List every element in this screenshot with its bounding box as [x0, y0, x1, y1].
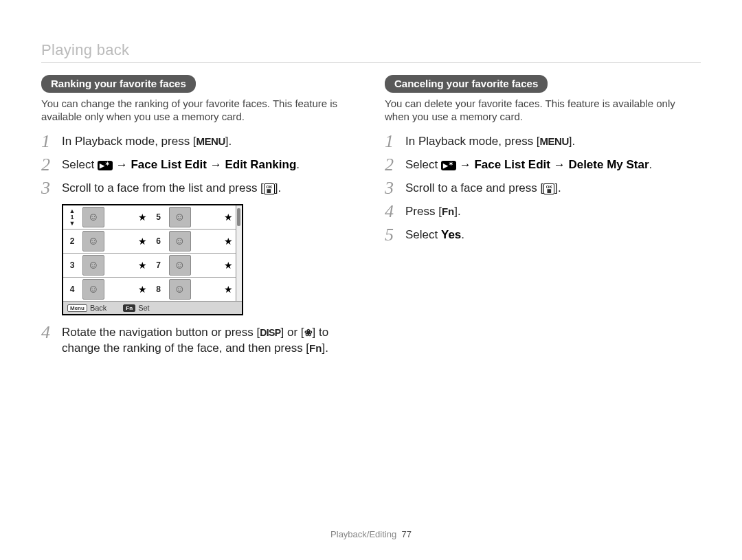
left-column: Ranking your favorite faces You can chan…	[41, 75, 357, 363]
canceling-step-3: 3 Scroll to a face and press [].	[385, 181, 701, 197]
section-heading-canceling: Canceling your favorite faces	[385, 75, 548, 93]
star-icon: ★	[224, 212, 233, 223]
disp-icon: DISP	[260, 327, 280, 338]
fn-key-icon: Fn	[123, 304, 135, 312]
fn-icon: Fn	[309, 342, 322, 354]
face-rank: 8	[153, 284, 165, 294]
face-thumbnail: ☺	[169, 279, 191, 300]
section-heading-ranking: Ranking your favorite faces	[41, 75, 196, 93]
canceling-intro: You can delete your favorite faces. This…	[385, 97, 701, 123]
step-number: 1	[41, 133, 62, 150]
ranking-steps-cont: 4 Rotate the navigation button or press …	[41, 325, 357, 357]
face-list-row: 5 ☺ ★	[150, 205, 236, 229]
menu-icon: MENU	[540, 135, 569, 147]
star-icon: ★	[138, 260, 147, 271]
face-rank: 5	[153, 212, 165, 222]
star-icon: ★	[138, 236, 147, 247]
step-number: 5	[385, 226, 405, 244]
face-list-row: 6 ☺ ★	[150, 229, 236, 254]
playback-settings-icon	[98, 161, 113, 170]
face-thumbnail: ☺	[169, 207, 191, 227]
face-rank: 2	[66, 236, 78, 246]
step-number: 2	[41, 156, 62, 174]
footer-set: Fn Set	[123, 304, 149, 312]
ranking-step-4: 4 Rotate the navigation button or press …	[41, 325, 357, 357]
face-thumbnail: ☺	[82, 279, 104, 300]
face-list-row: 3 ☺ ★	[63, 254, 150, 278]
face-thumbnail: ☺	[82, 231, 104, 251]
face-list-screen: ▲1▼ ☺ ★ 2 ☺ ★ 3 ☺ ★	[62, 204, 243, 315]
ranking-step-1: 1 In Playback mode, press [MENU].	[41, 134, 357, 150]
face-rank: 7	[153, 260, 165, 270]
menu-icon: MENU	[196, 135, 225, 147]
step-number: 2	[385, 156, 405, 174]
star-icon: ★	[224, 260, 233, 271]
face-list-col-right: 5 ☺ ★ 6 ☺ ★ 7 ☺ ★	[150, 205, 236, 301]
footer-section: Playback/Editing	[330, 529, 396, 539]
canceling-step-4: 4 Press [Fn].	[385, 204, 701, 221]
right-column: Canceling your favorite faces You can de…	[385, 75, 701, 363]
ranking-intro: You can change the ranking of your favor…	[41, 97, 357, 123]
header-rule	[41, 62, 701, 63]
star-icon: ★	[224, 284, 233, 295]
page-number: 77	[401, 529, 411, 539]
face-thumbnail: ☺	[82, 255, 104, 276]
face-list-col-left: ▲1▼ ☺ ★ 2 ☺ ★ 3 ☺ ★	[63, 205, 150, 301]
face-list-row: 8 ☺ ★	[150, 278, 236, 301]
canceling-step-1: 1 In Playback mode, press [MENU].	[385, 134, 701, 150]
page-title: Playing back	[41, 41, 701, 59]
face-list-row: 7 ☺ ★	[150, 254, 236, 278]
step-number: 1	[385, 133, 405, 150]
star-icon: ★	[138, 212, 147, 223]
canceling-steps: 1 In Playback mode, press [MENU]. 2 Sele…	[385, 134, 701, 244]
step-number: 3	[41, 179, 62, 197]
fn-icon: Fn	[442, 205, 454, 217]
ranking-step-3: 3 Scroll to a face from the list and pre…	[41, 181, 357, 197]
ranking-step-2: 2 Select → Face List Edit → Edit Ranking…	[41, 157, 357, 174]
face-rank: 6	[153, 236, 165, 246]
ok-icon	[264, 183, 275, 194]
face-thumbnail: ☺	[169, 231, 191, 251]
macro-icon: ❀	[304, 327, 313, 338]
star-icon: ★	[224, 236, 233, 247]
playback-settings-icon	[441, 161, 456, 170]
canceling-step-5: 5 Select Yes.	[385, 227, 701, 244]
face-list-row: 2 ☺ ★	[63, 229, 150, 254]
ok-icon	[543, 183, 554, 194]
face-list-row: ▲1▼ ☺ ★	[63, 205, 150, 229]
face-list-scrollbar	[236, 205, 242, 301]
face-thumbnail: ☺	[169, 255, 191, 276]
face-rank-selected: ▲1▼	[66, 208, 78, 227]
canceling-step-2: 2 Select → Face List Edit → Delete My St…	[385, 157, 701, 174]
face-thumbnail: ☺	[82, 207, 104, 227]
face-list-footer: Menu Back Fn Set	[63, 301, 242, 314]
face-list-row: 4 ☺ ★	[63, 278, 150, 301]
step-number: 3	[385, 179, 405, 197]
face-rank: 3	[66, 260, 78, 270]
star-icon: ★	[138, 284, 147, 295]
step-number: 4	[41, 324, 62, 341]
step-number: 4	[385, 203, 405, 221]
page-footer: Playback/Editing 77	[0, 529, 742, 539]
menu-key-icon: Menu	[67, 304, 87, 312]
ranking-steps: 1 In Playback mode, press [MENU]. 2 Sele…	[41, 134, 357, 197]
footer-back: Menu Back	[67, 304, 106, 312]
face-rank: 4	[66, 284, 78, 294]
